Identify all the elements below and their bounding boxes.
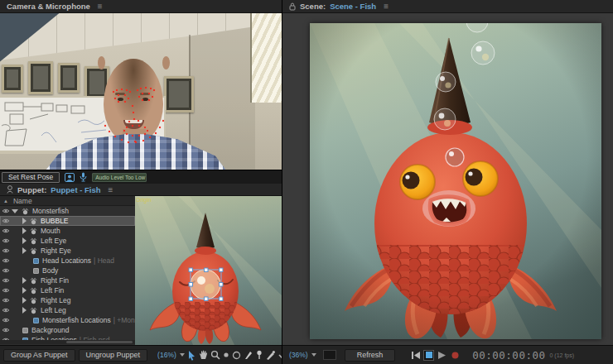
ungroup-puppet-button[interactable]: Ungroup Puppet xyxy=(79,349,148,362)
tree-row-left-fin[interactable]: Left Fin xyxy=(0,285,135,295)
tree-name-column-header[interactable]: ▲ Name xyxy=(0,196,135,206)
expander-closed-icon[interactable] xyxy=(22,287,27,294)
visibility-eye-icon[interactable] xyxy=(0,218,12,224)
selection-box[interactable] xyxy=(135,196,282,345)
app-window: Camera & Microphone ≡ xyxy=(0,0,613,364)
tree-row-right-leg[interactable]: Right Leg xyxy=(0,295,135,305)
visibility-eye-icon[interactable] xyxy=(0,228,12,234)
visibility-eye-icon[interactable] xyxy=(0,277,12,284)
circle-tool-icon[interactable] xyxy=(232,348,241,362)
zoom-tool-icon[interactable] xyxy=(210,348,220,362)
webcam-view xyxy=(0,13,282,170)
camera-panel-title: Camera & Microphone xyxy=(7,2,90,11)
pin-tool-icon[interactable] xyxy=(255,348,263,362)
expander-closed-icon[interactable] xyxy=(22,247,27,254)
zoom-dropdown-icon[interactable] xyxy=(311,353,316,357)
play-button[interactable] xyxy=(437,350,447,361)
scene-panel-icon xyxy=(289,2,296,11)
tree-row-head-locations[interactable]: Head Locations| Head xyxy=(0,256,135,266)
record-button[interactable] xyxy=(450,350,461,361)
tree-row-label: Background xyxy=(31,326,69,334)
visibility-eye-icon[interactable] xyxy=(0,317,12,323)
tree-row-right-eye[interactable]: Right Eye xyxy=(0,246,135,256)
visibility-eye-icon[interactable] xyxy=(0,257,12,264)
tree-row-label: Right Leg xyxy=(41,296,70,304)
scene-canvas[interactable] xyxy=(310,23,601,339)
expander-closed-icon[interactable] xyxy=(22,297,27,304)
scene-zoom-level[interactable]: (36%) xyxy=(289,351,308,359)
timecode-display: 00:00:00:00 xyxy=(472,349,545,362)
tree-row-bubble[interactable]: BUBBLE xyxy=(0,216,135,226)
tree-row-label: Right Eye xyxy=(41,247,71,255)
visibility-eye-icon[interactable] xyxy=(0,208,12,214)
origin-label: Origin xyxy=(136,197,152,203)
expander-closed-icon[interactable] xyxy=(22,307,27,314)
tree-row-label: Left Fin xyxy=(41,286,64,295)
scene-toolbar: (36%) Refresh 00:00:00:00 0 (12 fps) xyxy=(282,345,613,364)
eye xyxy=(142,98,148,101)
visibility-eye-icon[interactable] xyxy=(0,247,12,254)
camera-panel-header: Camera & Microphone ≡ xyxy=(0,0,282,13)
zoom-dropdown-icon[interactable] xyxy=(180,353,185,357)
tree-row-monsterfish[interactable]: Monsterfish xyxy=(0,206,135,216)
scene-panel-header: Scene: Scene - Fish ≡ xyxy=(282,0,613,13)
audio-level-meter: Audio Level Too Low xyxy=(92,173,147,182)
expander-open-icon[interactable] xyxy=(12,209,18,213)
fps-label: 0 (12 fps) xyxy=(550,352,575,358)
dragger-tool-icon[interactable] xyxy=(266,348,276,362)
puppet-panel-title: Puppet: xyxy=(17,185,46,194)
puppet-icon xyxy=(30,287,37,295)
puppet-zoom-level[interactable]: (16%) xyxy=(157,351,176,359)
scrollbar-thumb[interactable] xyxy=(66,341,133,343)
stop-button[interactable] xyxy=(423,350,434,361)
tree-row-monsterfish-locations[interactable]: Monsterfish Locations| +Monsterfish xyxy=(0,315,135,325)
tree-row-background[interactable]: Background xyxy=(0,325,135,335)
puppet-structure-tree: ▲ Name MonsterfishBUBBLEMouthLeft EyeRig… xyxy=(0,196,135,345)
expander-closed-icon[interactable] xyxy=(22,218,27,224)
refresh-button[interactable]: Refresh xyxy=(345,349,396,362)
tree-row-label: BUBBLE xyxy=(41,217,69,225)
group-as-puppet-button[interactable]: Group As Puppet xyxy=(3,349,75,362)
go-to-start-button[interactable] xyxy=(410,350,421,361)
tree-row-right-fin[interactable]: Right Fin xyxy=(0,275,135,285)
point-tool-icon[interactable] xyxy=(223,348,229,362)
tree-row-label: Mouth xyxy=(41,227,60,235)
puppet-preview-canvas[interactable]: Origin xyxy=(135,196,282,345)
expander-closed-icon[interactable] xyxy=(22,228,27,234)
scene-name-link[interactable]: Scene - Fish xyxy=(330,2,376,11)
camera-input-icon[interactable] xyxy=(65,173,75,182)
puppet-name-link[interactable]: Puppet - Fish xyxy=(51,185,100,194)
panel-menu-icon[interactable]: ≡ xyxy=(109,185,113,194)
visibility-eye-icon[interactable] xyxy=(0,287,12,294)
set-rest-pose-button[interactable]: Set Rest Pose xyxy=(2,172,60,183)
microphone-input-icon[interactable] xyxy=(80,172,87,182)
puppet-icon xyxy=(30,228,37,235)
tree-horizontal-scrollbar[interactable] xyxy=(0,340,135,344)
tree-row-body[interactable]: Body xyxy=(0,266,135,275)
tree-row-label: Left Leg xyxy=(41,306,66,314)
background-color-swatch[interactable] xyxy=(323,350,336,360)
visibility-eye-icon[interactable] xyxy=(0,297,12,304)
expander-closed-icon[interactable] xyxy=(22,237,27,244)
tree-row-left-eye[interactable]: Left Eye xyxy=(0,236,135,246)
tree-row-left-leg[interactable]: Left Leg xyxy=(0,305,135,315)
hand-tool-icon[interactable] xyxy=(199,348,208,362)
visibility-eye-icon[interactable] xyxy=(0,267,12,274)
tree-row-mouth[interactable]: Mouth xyxy=(0,226,135,236)
puppet-icon xyxy=(30,297,37,304)
puppet-icon xyxy=(30,307,37,314)
picture-frame xyxy=(58,63,80,93)
tree-row-suffix: | Head xyxy=(94,256,114,265)
select-tool-icon[interactable] xyxy=(187,348,196,362)
visibility-eye-icon[interactable] xyxy=(0,307,12,314)
panel-menu-icon[interactable]: ≡ xyxy=(98,2,103,11)
ear xyxy=(162,56,170,69)
visibility-eye-icon[interactable] xyxy=(0,237,12,244)
visibility-eye-icon[interactable] xyxy=(0,327,12,333)
puppet-panel-body: ▲ Name MonsterfishBUBBLEMouthLeft EyeRig… xyxy=(0,196,282,345)
stick-tool-icon[interactable] xyxy=(244,348,253,362)
expander-closed-icon[interactable] xyxy=(22,277,27,284)
blue-square-icon xyxy=(33,258,39,264)
ear xyxy=(98,56,105,69)
panel-menu-icon[interactable]: ≡ xyxy=(384,2,389,11)
